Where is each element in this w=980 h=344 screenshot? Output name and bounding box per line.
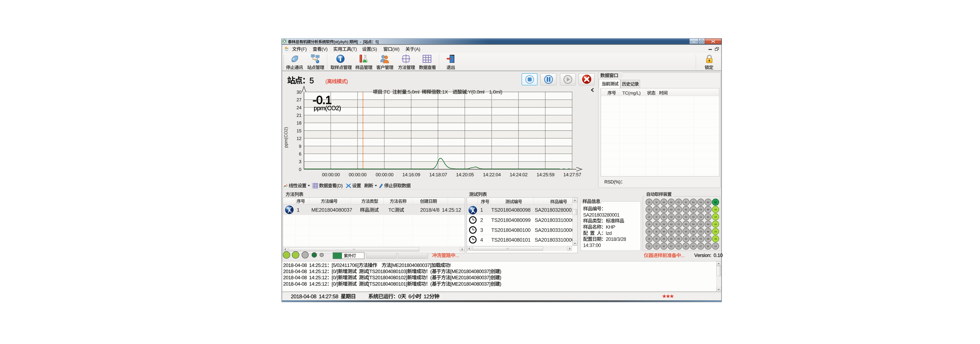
svg-text:G4: G4 — [670, 223, 673, 225]
svg-text:H6: H6 — [663, 238, 665, 240]
svg-text:E2: E2 — [685, 208, 687, 211]
svg-text:D5: D5 — [692, 230, 695, 233]
svg-text:F1: F1 — [678, 201, 679, 203]
svg-text:E3: E3 — [685, 216, 687, 218]
svg-text:G6: G6 — [670, 238, 673, 240]
svg-text:D3: D3 — [692, 216, 695, 218]
svg-text:A5: A5 — [714, 230, 717, 233]
svg-text:D2: D2 — [692, 208, 695, 211]
svg-text:H7: H7 — [663, 245, 665, 247]
svg-text:H5: H5 — [663, 230, 665, 233]
svg-text:F6: F6 — [678, 238, 679, 240]
svg-text:B1: B1 — [707, 201, 710, 203]
svg-text:C1: C1 — [700, 201, 702, 203]
svg-text:C5: C5 — [700, 230, 702, 233]
svg-text:B5: B5 — [707, 230, 710, 233]
svg-text:C2: C2 — [700, 208, 702, 211]
svg-text:H3: H3 — [663, 216, 665, 218]
svg-text:H4: H4 — [663, 223, 665, 225]
svg-text:I3: I3 — [655, 216, 657, 218]
svg-text:E5: E5 — [685, 230, 687, 233]
svg-text:A4: A4 — [714, 223, 717, 225]
svg-text:B7: B7 — [707, 245, 710, 247]
svg-text:J7: J7 — [648, 245, 650, 247]
svg-text:J2: J2 — [648, 208, 650, 211]
svg-text:J4: J4 — [648, 223, 650, 225]
svg-text:J5: J5 — [648, 230, 650, 233]
svg-text:C6: C6 — [700, 238, 702, 240]
svg-text:F4: F4 — [678, 223, 679, 225]
svg-text:F3: F3 — [678, 216, 679, 218]
svg-text:E4: E4 — [685, 223, 687, 225]
svg-text:D6: D6 — [692, 238, 695, 240]
svg-text:F2: F2 — [678, 208, 679, 211]
svg-text:J6: J6 — [648, 238, 650, 240]
svg-text:J3: J3 — [648, 216, 650, 218]
svg-text:C3: C3 — [700, 216, 702, 218]
svg-text:F5: F5 — [678, 230, 679, 233]
svg-text:B2: B2 — [707, 208, 710, 211]
svg-text:H2: H2 — [663, 208, 665, 211]
svg-text:D1: D1 — [692, 201, 695, 203]
svg-text:C4: C4 — [700, 223, 702, 225]
svg-text:G5: G5 — [670, 230, 673, 233]
svg-text:E1: E1 — [685, 201, 687, 203]
svg-text:A7: A7 — [714, 245, 717, 247]
svg-text:G2: G2 — [670, 208, 673, 211]
svg-text:B4: B4 — [707, 223, 710, 225]
svg-text:B6: B6 — [707, 238, 710, 240]
svg-text:H1: H1 — [663, 201, 665, 203]
svg-text:A2: A2 — [714, 208, 717, 211]
svg-text:A3: A3 — [714, 216, 717, 218]
svg-text:E6: E6 — [685, 238, 687, 240]
svg-text:A1: A1 — [714, 201, 717, 203]
svg-text:A6: A6 — [714, 238, 717, 240]
svg-text:G3: G3 — [670, 216, 673, 218]
svg-text:B3: B3 — [707, 216, 710, 218]
svg-text:D7: D7 — [692, 245, 695, 247]
svg-text:E7: E7 — [685, 245, 687, 247]
svg-text:I4: I4 — [655, 223, 657, 225]
svg-text:I5: I5 — [655, 230, 657, 233]
svg-text:I1: I1 — [655, 201, 657, 203]
svg-text:I7: I7 — [655, 245, 657, 247]
svg-text:C7: C7 — [700, 245, 702, 247]
svg-text:I6: I6 — [655, 238, 657, 240]
svg-text:D4: D4 — [692, 223, 695, 225]
svg-text:G7: G7 — [670, 245, 673, 247]
svg-text:I2: I2 — [655, 208, 657, 211]
svg-text:J1: J1 — [648, 201, 650, 203]
svg-text:F7: F7 — [678, 245, 679, 247]
svg-text:G1: G1 — [670, 201, 673, 203]
